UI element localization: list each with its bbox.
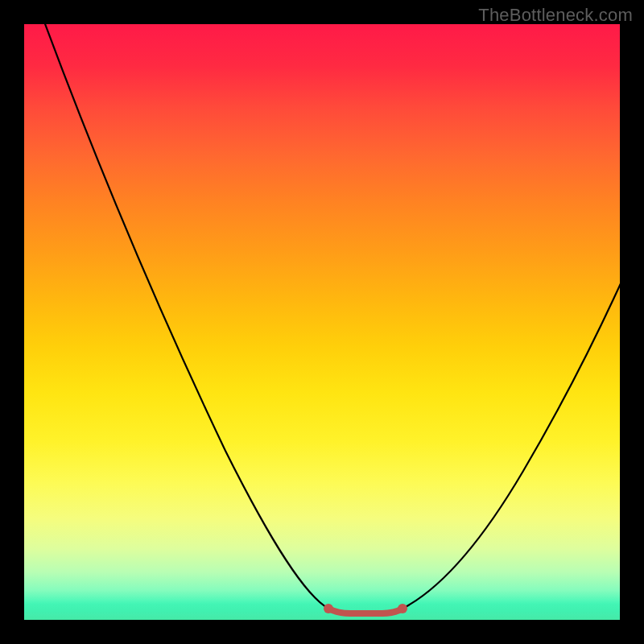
plot-area bbox=[24, 24, 620, 620]
optimal-region-start-dot bbox=[324, 604, 333, 613]
chart-frame: TheBottleneck.com bbox=[0, 0, 644, 644]
bottleneck-curve-left bbox=[36, 24, 328, 609]
curve-layer bbox=[24, 24, 620, 620]
optimal-region-highlight bbox=[328, 609, 402, 613]
bottleneck-curve-right bbox=[402, 282, 620, 609]
watermark-text: TheBottleneck.com bbox=[478, 5, 633, 26]
optimal-region-end-dot bbox=[398, 604, 407, 613]
